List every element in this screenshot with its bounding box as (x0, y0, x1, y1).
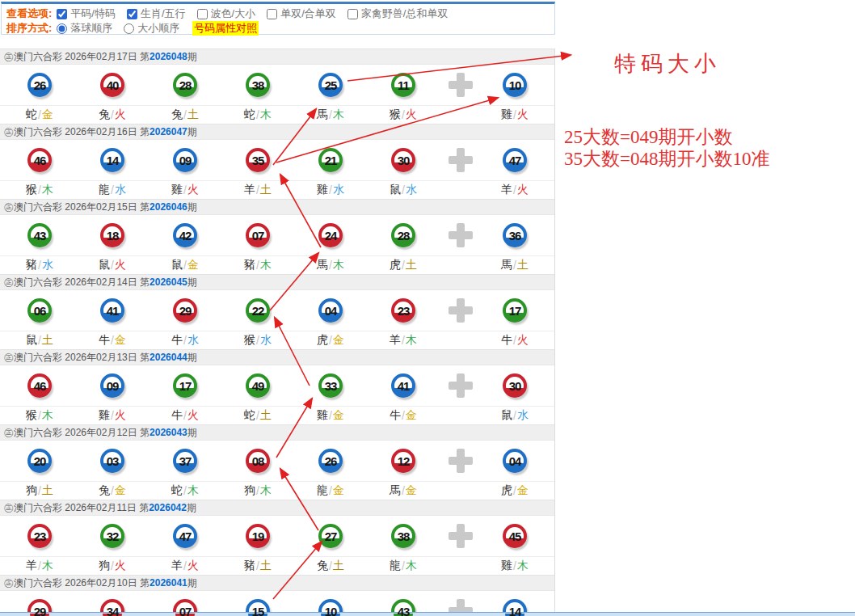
lottery-ball: 38 (391, 524, 415, 548)
ball-cell: 27 (294, 524, 367, 548)
zodiac-animal: 豬 (26, 258, 37, 272)
draw-block: ㊣澳门六合彩 2026年02月12日 第2026043期 20033708261… (0, 424, 554, 500)
ball-cell: 38 (367, 524, 440, 548)
sort-option-radio[interactable] (124, 23, 134, 34)
view-option[interactable]: 家禽野兽/总和单双 (347, 6, 449, 21)
sort-option[interactable]: 落球顺序 (57, 21, 112, 36)
view-option-label: 波色/大小 (211, 6, 256, 21)
ball-cell: 37 (149, 449, 221, 473)
ball-number: 04 (325, 304, 337, 318)
ball-number: 28 (179, 78, 192, 92)
ball-number: 18 (107, 229, 119, 243)
zodiac-animal: 牛 (390, 408, 401, 423)
view-options-group: 平码/特码生肖/五行波色/大小单双/合单双家禽野兽/总和单双 (57, 6, 459, 21)
lottery-ball: 38 (246, 73, 270, 97)
plus-icon (449, 449, 473, 473)
lottery-ball: 22 (246, 298, 270, 323)
ball-number: 27 (325, 530, 337, 543)
site-name: 澳门六合彩 (14, 51, 62, 62)
zodiac-cell: 蛇/木 (221, 108, 294, 122)
zodiac-cell: 豬/水 (3, 258, 76, 272)
ball-number: 11 (398, 78, 409, 92)
draw-header: ㊣澳门六合彩 2026年02月16日 第2026047期 (0, 124, 554, 140)
ball-number: 07 (179, 605, 192, 616)
zodiac-animal: 虎 (317, 333, 328, 348)
plus-icon (449, 524, 473, 548)
site-name: 澳门六合彩 (14, 577, 62, 589)
annotation-title: 特码大小 (614, 49, 721, 78)
issue-suffix: 期 (187, 276, 197, 288)
zodiac-animal: 馬 (390, 483, 401, 498)
zodiac-element: 金 (333, 333, 344, 348)
lottery-ball: 45 (503, 524, 527, 548)
view-option-checkbox[interactable] (267, 9, 277, 19)
lottery-ball: 29 (27, 599, 52, 616)
lottery-ball: 30 (391, 148, 415, 172)
draw-header: ㊣澳门六合彩 2026年02月10日 第2026041期 (0, 575, 554, 591)
zodiac-cell: 猴/水 (221, 333, 294, 348)
view-option[interactable]: 生肖/五行 (127, 6, 186, 21)
ball-row: 23324719273845 (0, 516, 554, 556)
ball-number: 25 (325, 78, 337, 92)
zodiac-animal: 雞 (317, 408, 328, 423)
ball-number: 35 (252, 154, 264, 167)
zodiac-row: 狗/土兔/金蛇/木狗/木龍/金馬/金虎/金 (0, 481, 554, 500)
zodiac-cell: 豬/木 (221, 258, 294, 272)
view-option-checkbox[interactable] (347, 9, 358, 19)
zodiac-animal: 兔 (171, 108, 183, 122)
lottery-ball: 07 (173, 599, 197, 616)
zodiac-cell: 蛇/土 (221, 408, 294, 423)
draw-header: ㊣澳门六合彩 2026年02月14日 第2026045期 (0, 274, 554, 290)
sort-option[interactable]: 大小顺序 (124, 21, 179, 36)
lottery-ball: 26 (318, 449, 343, 473)
zodiac-cell: 馬/土 (482, 258, 548, 272)
zodiac-element: 火 (115, 258, 126, 272)
ball-number: 43 (34, 229, 46, 243)
issue-number: 2026047 (150, 126, 187, 137)
ball-number: 04 (509, 454, 521, 468)
ball-number: 32 (107, 530, 119, 543)
view-option[interactable]: 平码/特码 (57, 6, 116, 21)
ball-number: 36 (509, 229, 521, 243)
lottery-ball: 34 (100, 599, 124, 616)
plus-separator (440, 73, 482, 97)
ball-cell: 18 (76, 223, 149, 247)
ball-number: 46 (34, 379, 46, 393)
ball-number: 22 (252, 304, 264, 318)
site-icon: ㊣ (4, 427, 14, 438)
ball-number: 10 (509, 78, 521, 92)
lottery-ball: 47 (173, 524, 197, 548)
lottery-ball: 37 (173, 449, 197, 473)
view-option-checkbox[interactable] (197, 9, 208, 19)
site-name: 澳门六合彩 (14, 276, 62, 288)
ball-number: 34 (107, 605, 119, 616)
view-option[interactable]: 波色/大小 (197, 6, 256, 21)
zodiac-animal: 羊 (26, 559, 37, 573)
ball-cell: 45 (482, 524, 548, 548)
view-option[interactable]: 单双/合单双 (267, 6, 336, 21)
zodiac-element: 木 (517, 559, 529, 573)
sort-option-label: 落球顺序 (70, 21, 112, 36)
issue-suffix: 期 (187, 577, 197, 589)
issue-suffix: 期 (187, 201, 197, 213)
view-option-checkbox[interactable] (57, 9, 67, 19)
zodiac-cell: 雞/火 (482, 108, 548, 122)
zodiac-cell: 猴/木 (3, 183, 76, 197)
zodiac-cell: 羊/木 (367, 333, 440, 348)
ball-row: 46140935213047 (0, 140, 554, 180)
ball-number: 08 (252, 454, 264, 468)
zodiac-animal: 雞 (317, 183, 328, 197)
view-option-checkbox[interactable] (127, 9, 137, 19)
issue-number: 2026041 (150, 577, 187, 589)
zodiac-animal: 狗 (244, 483, 255, 498)
issue-number: 2026045 (150, 276, 187, 288)
draw-date: 2026年02月12日 (65, 427, 137, 438)
zodiac-animal: 羊 (390, 333, 401, 348)
lottery-ball: 32 (100, 524, 124, 548)
lottery-ball: 25 (318, 73, 343, 97)
zodiac-element: 金 (115, 333, 126, 348)
sort-option-radio[interactable] (57, 23, 67, 34)
number-attribute-compare-link[interactable]: 号码属性对照 (192, 21, 259, 36)
zodiac-element: 水 (260, 333, 272, 348)
site-icon: ㊣ (4, 201, 14, 213)
